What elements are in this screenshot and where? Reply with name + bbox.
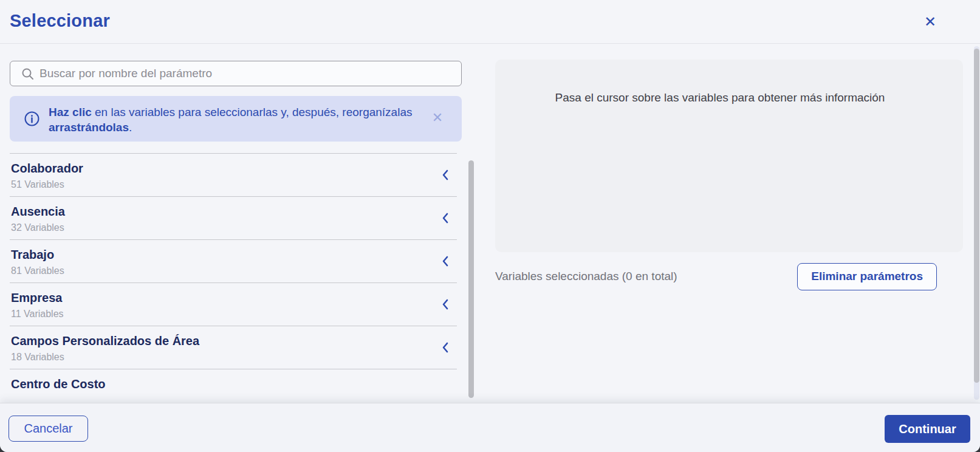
category-name: Campos Personalizados de Área [11, 334, 199, 348]
banner-middle: en las variables para seleccionarlas y, … [92, 106, 413, 118]
category-row-colaborador[interactable]: Colaborador 51 Variables [10, 154, 457, 197]
category-count: 11 Variables [11, 309, 64, 320]
list-scrollbar-thumb[interactable] [468, 160, 474, 398]
category-name: Centro de Costo [11, 377, 106, 391]
selected-variables-label: Variables seleccionadas (0 en total) [495, 270, 677, 283]
category-list: Colaborador 51 Variables Ausencia 32 Var… [10, 153, 457, 403]
search-icon [21, 67, 35, 81]
dialog-header: Seleccionar ✕ [0, 0, 980, 44]
close-icon[interactable]: ✕ [920, 12, 940, 32]
category-count: 32 Variables [11, 222, 64, 233]
banner-bold-lead: Haz clic [49, 106, 92, 118]
variable-info-panel: Pasa el cursor sobre las variables para … [495, 60, 963, 252]
selected-variables-row: Variables seleccionadas (0 en total) Eli… [495, 262, 937, 290]
select-dialog: Seleccionar ✕ Haz clic en las variables … [0, 0, 980, 452]
chevron-left-icon[interactable] [442, 170, 448, 180]
banner-message: Haz clic en las variables para seleccion… [49, 104, 425, 135]
category-row-centro-de-costo[interactable]: Centro de Costo [10, 369, 457, 403]
cancel-button[interactable]: Cancelar [9, 416, 88, 442]
category-count: 51 Variables [11, 179, 64, 190]
category-count: 18 Variables [11, 352, 64, 363]
info-icon [24, 111, 39, 126]
chevron-left-icon[interactable] [442, 299, 448, 310]
category-name: Trabajo [11, 248, 54, 262]
category-row-empresa[interactable]: Empresa 11 Variables [10, 283, 457, 326]
category-name: Colaborador [11, 162, 83, 176]
category-row-trabajo[interactable]: Trabajo 81 Variables [10, 240, 457, 283]
category-row-campos-personalizados[interactable]: Campos Personalizados de Área 18 Variabl… [10, 326, 457, 369]
hover-hint-text: Pasa el cursor sobre las variables para … [495, 91, 945, 104]
banner-bold-tail: arrastrándolas [49, 121, 129, 134]
search-box [10, 61, 462, 86]
search-input[interactable] [39, 61, 453, 86]
category-name: Empresa [11, 291, 63, 305]
chevron-left-icon[interactable] [442, 256, 448, 267]
window-scrollbar-thumb[interactable] [974, 49, 979, 383]
dialog-footer: Cancelar Continuar [0, 403, 980, 452]
category-name: Ausencia [11, 205, 65, 219]
chevron-left-icon[interactable] [442, 213, 448, 224]
remove-parameters-button[interactable]: Eliminar parámetros [797, 263, 937, 290]
banner-period: . [129, 121, 132, 134]
continue-button[interactable]: Continuar [885, 415, 970, 443]
dialog-title: Seleccionar [10, 11, 110, 31]
category-row-ausencia[interactable]: Ausencia 32 Variables [10, 197, 457, 240]
banner-close-icon[interactable]: ✕ [429, 109, 446, 126]
category-count: 81 Variables [11, 265, 64, 276]
info-banner: Haz clic en las variables para seleccion… [10, 96, 462, 142]
chevron-left-icon[interactable] [442, 342, 448, 353]
